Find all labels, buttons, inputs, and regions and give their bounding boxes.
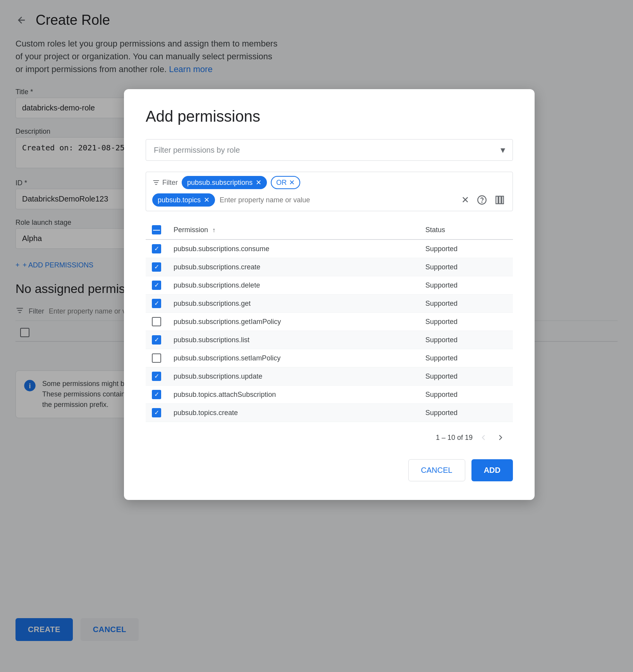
table-row: ✓pubsub.subscriptions.consumeSupported [146, 240, 513, 258]
row-checkbox-cell: ✓ [146, 404, 167, 422]
chip-or: OR ✕ [271, 176, 300, 189]
filter-input-dialog[interactable] [220, 196, 455, 204]
row-permission-name: pubsub.subscriptions.getIamPolicy [167, 313, 419, 331]
row-checkbox[interactable] [152, 317, 161, 326]
row-checkbox-cell: ✓ [146, 240, 167, 258]
row-permission-name: pubsub.subscriptions.create [167, 258, 419, 276]
row-permission-name: pubsub.topics.attachSubscription [167, 386, 419, 404]
permission-sort-icon[interactable]: ↑ [212, 227, 215, 233]
row-checkbox-cell: ✓ [146, 295, 167, 313]
table-row: ✓pubsub.subscriptions.deleteSupported [146, 276, 513, 295]
table-row: ✓pubsub.subscriptions.createSupported [146, 258, 513, 276]
add-permissions-dialog: Add permissions Filter permissions by ro… [124, 89, 535, 500]
table-header-row: — Permission ↑ Status [146, 221, 513, 240]
row-status: Supported [419, 367, 513, 386]
svg-rect-12 [502, 196, 503, 204]
chip-or-close[interactable]: ✕ [289, 178, 295, 187]
filter-help-button[interactable] [475, 193, 489, 207]
dialog-cancel-button[interactable]: CANCEL [408, 459, 465, 481]
prev-page-button[interactable] [477, 431, 490, 444]
next-page-button[interactable] [494, 431, 507, 444]
row-permission-name: pubsub.subscriptions.update [167, 367, 419, 386]
chip-topics-close[interactable]: ✕ [204, 196, 210, 204]
filter-actions: ✕ [460, 193, 506, 207]
row-checkbox-cell: ✓ [146, 258, 167, 276]
table-row: pubsub.subscriptions.getIamPolicySupport… [146, 313, 513, 331]
row-checkbox[interactable]: ✓ [152, 408, 161, 417]
header-checkbox[interactable]: — [152, 225, 161, 234]
row-checkbox-cell: ✓ [146, 386, 167, 404]
filter-label-dialog: Filter [152, 179, 178, 187]
row-checkbox-cell: ✓ [146, 367, 167, 386]
row-checkbox-cell [146, 349, 167, 367]
dialog-title: Add permissions [146, 108, 513, 125]
row-status: Supported [419, 404, 513, 422]
row-status: Supported [419, 386, 513, 404]
chip-subscriptions: pubsub.subscriptions ✕ [182, 176, 267, 189]
row-permission-name: pubsub.subscriptions.get [167, 295, 419, 313]
row-status: Supported [419, 313, 513, 331]
row-permission-name: pubsub.topics.create [167, 404, 419, 422]
row-permission-name: pubsub.subscriptions.consume [167, 240, 419, 258]
table-row: pubsub.subscriptions.setIamPolicySupport… [146, 349, 513, 367]
row-checkbox[interactable]: ✓ [152, 335, 161, 345]
row-status: Supported [419, 331, 513, 349]
row-permission-name: pubsub.subscriptions.delete [167, 276, 419, 295]
col-header-status: Status [419, 221, 513, 240]
col-header-permission: Permission ↑ [167, 221, 419, 240]
row-permission-name: pubsub.subscriptions.list [167, 331, 419, 349]
table-row: ✓pubsub.subscriptions.getSupported [146, 295, 513, 313]
table-row: ✓pubsub.subscriptions.listSupported [146, 331, 513, 349]
row-checkbox-cell [146, 313, 167, 331]
row-checkbox[interactable]: ✓ [152, 390, 161, 399]
row-checkbox[interactable]: ✓ [152, 299, 161, 308]
row-checkbox[interactable]: ✓ [152, 372, 161, 381]
row-checkbox[interactable]: ✓ [152, 262, 161, 272]
filter-role-select-wrapper: Filter permissions by role ▾ [146, 139, 513, 161]
header-checkbox-cell: — [146, 221, 167, 240]
row-status: Supported [419, 258, 513, 276]
row-status: Supported [419, 240, 513, 258]
chip-topics: pubsub.topics ✕ [152, 193, 215, 207]
row-status: Supported [419, 295, 513, 313]
filter-clear-button[interactable]: ✕ [460, 193, 471, 207]
row-checkbox-cell: ✓ [146, 331, 167, 349]
chip-subscriptions-close[interactable]: ✕ [256, 178, 261, 187]
dialog-add-button[interactable]: ADD [471, 459, 513, 481]
svg-rect-10 [496, 196, 498, 204]
filter-columns-button[interactable] [493, 193, 506, 207]
dialog-actions: CANCEL ADD [146, 459, 513, 481]
row-status: Supported [419, 276, 513, 295]
table-row: ✓pubsub.topics.createSupported [146, 404, 513, 422]
filter-role-select[interactable]: Filter permissions by role [146, 139, 513, 161]
row-checkbox[interactable]: ✓ [152, 244, 161, 253]
pagination-text: 1 – 10 of 19 [436, 434, 473, 442]
row-checkbox-cell: ✓ [146, 276, 167, 295]
svg-rect-11 [499, 196, 501, 204]
row-checkbox[interactable]: ✓ [152, 281, 161, 290]
row-permission-name: pubsub.subscriptions.setIamPolicy [167, 349, 419, 367]
row-status: Supported [419, 349, 513, 367]
table-row: ✓pubsub.subscriptions.updateSupported [146, 367, 513, 386]
row-checkbox[interactable] [152, 353, 161, 363]
filter-chips-area: Filter pubsub.subscriptions ✕ OR ✕ pubsu… [146, 172, 513, 211]
pagination-row: 1 – 10 of 19 [146, 428, 513, 447]
permissions-table: — Permission ↑ Status ✓pubsub.subscripti… [146, 221, 513, 422]
table-row: ✓pubsub.topics.attachSubscriptionSupport… [146, 386, 513, 404]
